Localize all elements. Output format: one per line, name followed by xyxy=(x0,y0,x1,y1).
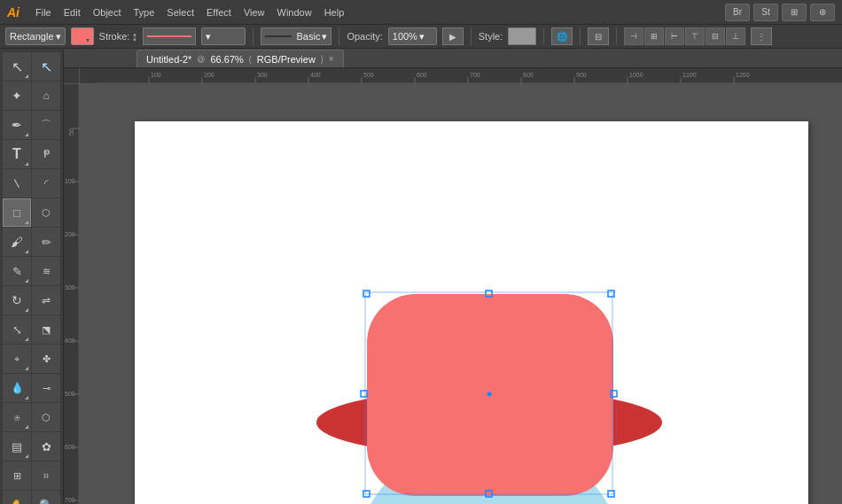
scale-tool[interactable]: ⤡ xyxy=(3,315,31,344)
tool-row-6: □ ⬡ xyxy=(3,198,60,227)
stroke-style-box[interactable] xyxy=(143,27,196,45)
text-tool[interactable]: T xyxy=(3,140,31,168)
select-tool[interactable]: ↖ xyxy=(3,52,31,81)
menu-help[interactable]: Help xyxy=(319,5,350,19)
tab-bar: Untitled-2* @ 66.67% ( RGB/Preview ) × xyxy=(64,49,842,68)
graph-submenu-indicator xyxy=(25,454,28,458)
stroke-line-preview xyxy=(147,35,191,37)
anchor-top-right[interactable] xyxy=(608,291,614,297)
shear-tool[interactable]: ⬔ xyxy=(32,315,60,344)
line-tool[interactable]: / xyxy=(3,169,31,198)
artboard-icon-btn[interactable]: ⊟ xyxy=(588,27,609,45)
ruler-v-svg: 50 100 200 300 400 500 600 700 xyxy=(64,84,80,504)
stock-icon-btn[interactable]: St xyxy=(753,4,778,21)
canvas-container[interactable]: 100 200 300 400 500 600 700 800 xyxy=(64,68,842,504)
style-swatch[interactable] xyxy=(508,27,536,45)
ruler-vertical: 50 100 200 300 400 500 600 700 xyxy=(64,84,80,504)
rectangle-tool[interactable]: □ xyxy=(3,198,31,227)
stroke-arrows[interactable]: ↕ xyxy=(131,29,137,43)
menu-effect[interactable]: Effect xyxy=(201,5,237,19)
align-left-btn[interactable]: ⊣ xyxy=(624,27,643,45)
stroke-label: Stroke: xyxy=(99,31,130,42)
tab-close-btn[interactable]: × xyxy=(329,54,334,64)
direct-select-tool[interactable]: ↖ xyxy=(32,52,60,81)
tab-zoom: 66.67% xyxy=(211,54,244,65)
globe-icon-btn[interactable]: 🌐 xyxy=(551,27,573,45)
document-tab[interactable]: Untitled-2* @ 66.67% ( RGB/Preview ) × xyxy=(136,50,344,67)
pen-submenu-indicator xyxy=(25,133,28,136)
brush-preview xyxy=(265,35,291,37)
bridge-icon-btn[interactable]: Br xyxy=(725,4,750,21)
tab-title: Untitled-2* xyxy=(146,54,191,65)
artboard[interactable] xyxy=(135,121,808,504)
scale-submenu-indicator xyxy=(25,337,28,341)
menu-object[interactable]: Object xyxy=(88,5,127,19)
pen-tool[interactable]: ✒ xyxy=(3,111,31,139)
anchor-mid-left[interactable] xyxy=(361,391,367,397)
svg-text:800: 800 xyxy=(523,72,534,78)
menu-view[interactable]: View xyxy=(238,5,270,19)
arc-tool[interactable]: ◜ xyxy=(32,169,60,198)
zoom-tool[interactable]: 🔍 xyxy=(32,491,60,504)
touch-type-tool[interactable]: Ᵽ xyxy=(32,140,60,168)
tool-row-14: ▤ ✿ xyxy=(3,432,60,461)
svg-text:700: 700 xyxy=(65,497,75,503)
rotate-tool[interactable]: ↻ xyxy=(3,286,31,314)
shaper-tool[interactable]: ⬡ xyxy=(32,198,60,227)
blob-brush-tool[interactable]: ✏ xyxy=(32,228,60,256)
smooth-tool[interactable]: ≋ xyxy=(32,257,60,285)
transform-more-btn[interactable]: ⋮ xyxy=(751,27,772,45)
puppet-warp-tool[interactable]: ✤ xyxy=(32,345,60,373)
menu-edit[interactable]: Edit xyxy=(58,5,86,19)
paintbrush-tool[interactable]: 🖌 xyxy=(3,228,31,256)
brush-type-dropdown[interactable]: Basic ▾ xyxy=(261,27,331,45)
text-submenu-indicator xyxy=(25,162,28,166)
hand-tool[interactable]: ✋ xyxy=(3,491,31,504)
svg-text:400: 400 xyxy=(65,337,75,344)
align-center-v-btn[interactable]: ⊟ xyxy=(706,27,725,45)
workspace-icon-btn[interactable]: ⊞ xyxy=(782,4,807,21)
separator-2 xyxy=(339,27,339,45)
artboard-tool[interactable]: ⊞ xyxy=(3,461,31,490)
menu-file[interactable]: File xyxy=(30,5,57,19)
align-top-btn[interactable]: ⊤ xyxy=(685,27,705,45)
tool-row-2: ✦ ⌂ xyxy=(3,81,60,110)
menu-window[interactable]: Window xyxy=(272,5,317,19)
shape-type-dropdown[interactable]: Rectangle ▾ xyxy=(5,27,66,45)
blend-tool[interactable]: ⍟ xyxy=(3,403,31,431)
menu-type[interactable]: Type xyxy=(129,5,160,19)
separator-1 xyxy=(253,27,253,45)
align-bottom-btn[interactable]: ⊥ xyxy=(726,27,745,45)
live-paint-bucket[interactable]: ⬡ xyxy=(32,403,60,431)
lasso-tool[interactable]: ⌂ xyxy=(32,81,60,110)
tool-row-13: ⍟ ⬡ xyxy=(3,403,60,431)
svg-text:900: 900 xyxy=(576,72,587,78)
width-tool[interactable]: ⌖ xyxy=(3,345,31,373)
align-right-btn[interactable]: ⊢ xyxy=(665,27,684,45)
title-bar: Ai File Edit Object Type Select Effect V… xyxy=(0,0,842,24)
ruler-horizontal: 100 200 300 400 500 600 700 800 xyxy=(80,68,842,84)
stroke-options-dropdown[interactable]: ▾ xyxy=(201,27,246,45)
reflect-tool[interactable]: ⇌ xyxy=(32,286,60,314)
symbol-sprayer[interactable]: ✿ xyxy=(32,432,60,461)
atom-icon-btn[interactable]: ⊛ xyxy=(810,4,835,21)
tool-row-3: ✒ ⌒ xyxy=(3,111,60,139)
align-center-h-btn[interactable]: ⊞ xyxy=(644,27,664,45)
svg-text:300: 300 xyxy=(257,72,268,78)
column-graph-tool[interactable]: ▤ xyxy=(3,432,31,461)
tool-row-9: ↻ ⇌ xyxy=(3,286,60,314)
measure-tool[interactable]: ⊸ xyxy=(32,374,60,402)
curvature-tool[interactable]: ⌒ xyxy=(32,111,60,139)
slice-tool[interactable]: ⌗ xyxy=(32,461,60,490)
svg-text:600: 600 xyxy=(417,72,427,78)
tab-colormode: ( xyxy=(249,55,252,64)
menu-select[interactable]: Select xyxy=(161,5,199,19)
opacity-expand-btn[interactable]: ▶ xyxy=(442,27,464,45)
opacity-dropdown[interactable]: 100% ▾ xyxy=(388,27,437,45)
fill-color-picker[interactable] xyxy=(71,27,94,45)
magic-wand-tool[interactable]: ✦ xyxy=(3,81,31,110)
pencil-tool[interactable]: ✎ xyxy=(3,257,31,285)
eyedropper-tool[interactable]: 💧 xyxy=(3,374,31,402)
tool-row-5: / ◜ xyxy=(3,169,60,198)
anchor-top-left[interactable] xyxy=(363,291,370,297)
